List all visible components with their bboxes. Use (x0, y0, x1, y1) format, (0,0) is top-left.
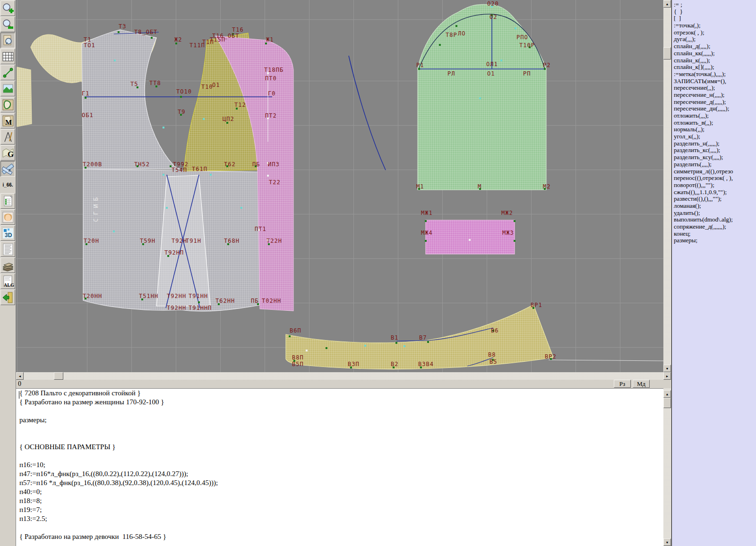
code-editor[interactable]: { 7208 Пальто с декоративной стойкой }{ … (16, 388, 663, 546)
command-item[interactable]: ЗАПИСАТЬ(имя=(), (672, 78, 756, 85)
alg-document-button[interactable]: ALG (0, 273, 15, 289)
point-marker[interactable] (241, 207, 242, 209)
command-item[interactable]: нормаль(,,); (672, 126, 756, 133)
command-item[interactable]: пересечение(,,); (672, 85, 756, 92)
command-item[interactable]: сплайн_кк(,,,,,); (672, 50, 756, 57)
command-item[interactable]: сжать((),,,1.1,0.9,""); (672, 189, 756, 196)
point-marker[interactable] (151, 37, 153, 39)
command-item[interactable]: перенос((),отрезок( , ), (672, 175, 756, 182)
command-item[interactable]: отрезок( , ); (672, 29, 756, 36)
editor-scroll-down-icon[interactable]: ▼ (663, 538, 671, 546)
point-marker[interactable] (118, 31, 120, 33)
rulers-button[interactable]: 8 (0, 161, 15, 177)
command-item[interactable]: симметрия_л((),отрезо (672, 168, 756, 175)
point-marker[interactable] (500, 60, 502, 61)
canvas-scroll-down-icon[interactable]: ▼ (663, 365, 671, 372)
picture-button[interactable] (0, 81, 15, 96)
canvas-vscroll-thumb[interactable] (663, 47, 671, 60)
command-item[interactable]: ломаная(); (672, 203, 756, 210)
command-item[interactable]: [ ] (672, 15, 756, 22)
zoom-page-button[interactable] (0, 33, 15, 48)
command-item[interactable]: размеры; (672, 237, 756, 244)
command-item[interactable]: разделить_н(,,,,,); (672, 140, 756, 147)
grid-button[interactable] (0, 49, 15, 64)
point-marker[interactable] (455, 25, 457, 27)
books-button[interactable] (0, 257, 15, 273)
canvas-scroll-right-icon[interactable]: ► (663, 372, 671, 380)
command-item[interactable]: разделить_кс(,,,,); (672, 147, 756, 154)
command-item[interactable]: разделить_ксу(,,,,); (672, 154, 756, 161)
point-marker[interactable] (479, 97, 481, 99)
point-marker[interactable] (515, 27, 516, 29)
command-item[interactable]: сплайн_к(,,,,); (672, 57, 756, 64)
point-marker[interactable] (166, 207, 168, 209)
command-item[interactable]: выполнить(dmod\.alg); (672, 216, 756, 223)
rz-button[interactable]: Рз (614, 380, 631, 388)
canvas-hscroll-thumb[interactable] (54, 372, 63, 380)
point-marker[interactable] (404, 345, 405, 347)
command-item[interactable]: :=точка(,); (672, 22, 756, 29)
editor-vscroll-thumb[interactable] (663, 398, 671, 408)
canvas-hscrollbar[interactable] (16, 372, 663, 380)
point-marker[interactable] (198, 301, 200, 303)
point-marker[interactable] (113, 230, 115, 232)
point-marker[interactable] (514, 220, 515, 222)
command-item[interactable]: дуга(,,,); (672, 36, 756, 43)
point-marker[interactable] (267, 175, 269, 177)
editor-vscrollbar[interactable] (663, 388, 671, 546)
point-marker[interactable] (425, 220, 427, 222)
point-marker[interactable] (210, 174, 212, 176)
grading-button[interactable]: G (0, 145, 15, 161)
editor-scroll-up-icon[interactable]: ▲ (663, 390, 671, 398)
table-button[interactable] (0, 193, 15, 209)
point-marker[interactable] (85, 97, 86, 99)
pattern-canvas[interactable]: Т3Т8_ОБТЖ2Т1ТО1ОБ1Т16Т16_ОБТЖ1Т11ПТ1ПТ15… (16, 0, 663, 372)
point-marker[interactable] (439, 44, 441, 46)
command-item[interactable]: пересечение_дн(,,,,,); (672, 105, 756, 112)
point-marker[interactable] (469, 239, 471, 241)
point-marker[interactable] (427, 341, 429, 343)
point-marker[interactable] (163, 174, 164, 176)
point-marker[interactable] (395, 342, 397, 344)
point-marker[interactable] (306, 350, 308, 351)
command-item[interactable]: :=метка(точка(,),,,,); (672, 71, 756, 78)
command-item[interactable]: := ; (672, 1, 756, 9)
point-marker[interactable] (364, 345, 366, 347)
command-item[interactable]: сплайн_к[](,,,,); (672, 64, 756, 71)
point-marker[interactable] (289, 335, 291, 337)
drafting-tools-button[interactable] (0, 129, 15, 145)
exit-button[interactable] (0, 290, 15, 305)
command-item[interactable]: сплайн_д(,,,,); (672, 43, 756, 50)
text-list-button[interactable] (0, 241, 15, 257)
md-button[interactable]: Мд (633, 380, 650, 388)
point-marker[interactable] (163, 127, 164, 128)
measure-segment-button[interactable] (0, 65, 15, 80)
point-label: Т22Н (266, 238, 282, 244)
command-item[interactable]: поворот((),,,""); (672, 182, 756, 189)
point-marker[interactable] (514, 240, 515, 242)
point-marker[interactable] (114, 60, 116, 61)
command-item[interactable]: конец; (672, 230, 756, 238)
command-item[interactable]: { } (672, 9, 756, 16)
point-marker[interactable] (203, 118, 205, 120)
pattern-m-button[interactable]: M (0, 113, 15, 128)
command-item[interactable]: удалить(); (672, 210, 756, 217)
command-item[interactable]: разделить(,,,,); (672, 161, 756, 168)
point-marker[interactable] (326, 347, 327, 349)
command-item[interactable]: пересечение_н(,,,,); (672, 92, 756, 99)
zoom-out-button[interactable] (0, 17, 15, 32)
command-item[interactable]: угол_к(,,); (672, 133, 756, 140)
threed-button[interactable]: 3D (0, 225, 15, 241)
command-item[interactable]: отложить(,,,); (672, 112, 756, 119)
command-item[interactable]: пересечение_д(,,,,,); (672, 99, 756, 106)
pattern-piece-button[interactable] (0, 97, 15, 112)
point-marker[interactable] (180, 96, 182, 98)
command-item[interactable]: развести((),(),,,""); (672, 196, 756, 203)
command-item[interactable]: отложить_в(,,); (672, 119, 756, 127)
photo-button[interactable] (0, 209, 15, 225)
zoom-in-button[interactable] (0, 0, 15, 16)
point-marker[interactable] (425, 240, 427, 242)
canvas-scroll-up-icon[interactable]: ▲ (663, 0, 671, 8)
command-item[interactable]: сопряжение_д(,,,,,,); (672, 223, 756, 230)
canvas-scroll-left-icon[interactable]: ◄ (16, 372, 24, 380)
